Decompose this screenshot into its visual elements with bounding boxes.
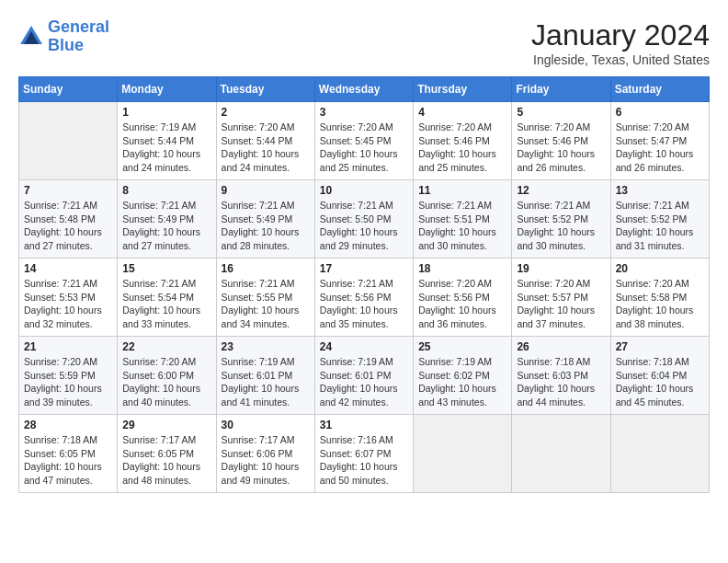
day-info: Sunrise: 7:20 AMSunset: 5:47 PMDaylight:… bbox=[616, 121, 704, 175]
day-number: 29 bbox=[122, 419, 210, 431]
day-number: 8 bbox=[122, 184, 210, 197]
header-day-wednesday: Wednesday bbox=[314, 77, 413, 102]
week-row-3: 21Sunrise: 7:20 AMSunset: 5:59 PMDayligh… bbox=[19, 337, 710, 415]
day-info: Sunrise: 7:17 AMSunset: 6:05 PMDaylight:… bbox=[122, 433, 210, 488]
day-info: Sunrise: 7:17 AMSunset: 6:06 PMDaylight:… bbox=[222, 433, 310, 488]
day-info: Sunrise: 7:21 AMSunset: 5:53 PMDaylight:… bbox=[24, 277, 112, 331]
day-number: 14 bbox=[24, 262, 112, 275]
day-cell: 14Sunrise: 7:21 AMSunset: 5:53 PMDayligh… bbox=[19, 259, 118, 337]
day-number: 27 bbox=[616, 340, 704, 353]
day-info: Sunrise: 7:20 AMSunset: 5:46 PMDaylight:… bbox=[418, 121, 506, 175]
day-info: Sunrise: 7:21 AMSunset: 5:56 PMDaylight:… bbox=[320, 277, 408, 331]
calendar-table: SundayMondayTuesdayWednesdayThursdayFrid… bbox=[18, 76, 710, 493]
logo-text: General Blue bbox=[48, 18, 109, 55]
day-number: 3 bbox=[320, 106, 408, 119]
header-day-saturday: Saturday bbox=[610, 77, 709, 102]
day-info: Sunrise: 7:20 AMSunset: 5:45 PMDaylight:… bbox=[320, 121, 408, 175]
logo-line1: General bbox=[48, 17, 109, 36]
day-cell: 2Sunrise: 7:20 AMSunset: 5:44 PMDaylight… bbox=[216, 102, 314, 180]
day-info: Sunrise: 7:18 AMSunset: 6:05 PMDaylight:… bbox=[24, 433, 112, 488]
day-info: Sunrise: 7:19 AMSunset: 5:44 PMDaylight:… bbox=[122, 121, 210, 175]
day-info: Sunrise: 7:18 AMSunset: 6:04 PMDaylight:… bbox=[616, 355, 704, 409]
day-cell bbox=[414, 415, 512, 493]
day-number: 13 bbox=[616, 184, 704, 197]
day-info: Sunrise: 7:20 AMSunset: 5:44 PMDaylight:… bbox=[222, 121, 310, 175]
day-cell: 17Sunrise: 7:21 AMSunset: 5:56 PMDayligh… bbox=[314, 259, 413, 337]
day-info: Sunrise: 7:20 AMSunset: 5:59 PMDaylight:… bbox=[24, 355, 112, 409]
day-number: 10 bbox=[320, 184, 408, 197]
day-number: 7 bbox=[24, 184, 112, 197]
day-cell: 23Sunrise: 7:19 AMSunset: 6:01 PMDayligh… bbox=[216, 337, 314, 415]
day-number: 4 bbox=[418, 106, 506, 119]
day-info: Sunrise: 7:20 AMSunset: 6:00 PMDaylight:… bbox=[122, 355, 210, 409]
day-number: 5 bbox=[517, 106, 605, 119]
title-block: January 2024 Ingleside, Texas, United St… bbox=[531, 18, 710, 67]
day-number: 31 bbox=[320, 419, 408, 431]
day-info: Sunrise: 7:20 AMSunset: 5:58 PMDaylight:… bbox=[616, 277, 704, 331]
day-number: 23 bbox=[222, 340, 310, 353]
day-number: 11 bbox=[418, 184, 506, 197]
day-cell: 4Sunrise: 7:20 AMSunset: 5:46 PMDaylight… bbox=[414, 102, 512, 180]
day-number: 9 bbox=[222, 184, 310, 197]
day-cell: 21Sunrise: 7:20 AMSunset: 5:59 PMDayligh… bbox=[19, 337, 118, 415]
day-cell: 16Sunrise: 7:21 AMSunset: 5:55 PMDayligh… bbox=[216, 259, 314, 337]
logo-icon bbox=[18, 24, 44, 50]
day-number: 24 bbox=[320, 340, 408, 353]
day-cell: 1Sunrise: 7:19 AMSunset: 5:44 PMDaylight… bbox=[118, 102, 216, 180]
day-info: Sunrise: 7:21 AMSunset: 5:52 PMDaylight:… bbox=[517, 199, 605, 253]
day-cell: 13Sunrise: 7:21 AMSunset: 5:52 PMDayligh… bbox=[610, 180, 709, 259]
month-title: January 2024 bbox=[531, 18, 710, 52]
week-row-2: 14Sunrise: 7:21 AMSunset: 5:53 PMDayligh… bbox=[19, 259, 710, 337]
day-number: 16 bbox=[222, 262, 310, 275]
day-cell: 8Sunrise: 7:21 AMSunset: 5:49 PMDaylight… bbox=[118, 180, 216, 259]
day-cell: 24Sunrise: 7:19 AMSunset: 6:01 PMDayligh… bbox=[314, 337, 413, 415]
day-number: 21 bbox=[24, 340, 112, 353]
logo-line2: Blue bbox=[48, 36, 84, 54]
day-cell: 29Sunrise: 7:17 AMSunset: 6:05 PMDayligh… bbox=[118, 415, 216, 493]
day-info: Sunrise: 7:19 AMSunset: 6:01 PMDaylight:… bbox=[320, 355, 408, 409]
day-cell bbox=[512, 415, 610, 493]
day-cell bbox=[19, 102, 118, 180]
week-row-0: 1Sunrise: 7:19 AMSunset: 5:44 PMDaylight… bbox=[19, 102, 710, 180]
logo: General Blue bbox=[18, 18, 109, 55]
day-info: Sunrise: 7:20 AMSunset: 5:46 PMDaylight:… bbox=[517, 121, 605, 175]
header-day-monday: Monday bbox=[118, 77, 216, 102]
day-cell: 22Sunrise: 7:20 AMSunset: 6:00 PMDayligh… bbox=[118, 337, 216, 415]
day-info: Sunrise: 7:20 AMSunset: 5:56 PMDaylight:… bbox=[418, 277, 506, 331]
header-day-sunday: Sunday bbox=[19, 77, 118, 102]
day-number: 20 bbox=[616, 262, 704, 275]
day-number: 6 bbox=[616, 106, 704, 119]
day-cell: 25Sunrise: 7:19 AMSunset: 6:02 PMDayligh… bbox=[414, 337, 512, 415]
day-cell: 30Sunrise: 7:17 AMSunset: 6:06 PMDayligh… bbox=[216, 415, 314, 493]
day-cell: 28Sunrise: 7:18 AMSunset: 6:05 PMDayligh… bbox=[19, 415, 118, 493]
day-cell: 15Sunrise: 7:21 AMSunset: 5:54 PMDayligh… bbox=[118, 259, 216, 337]
day-info: Sunrise: 7:21 AMSunset: 5:55 PMDaylight:… bbox=[222, 277, 310, 331]
day-cell: 11Sunrise: 7:21 AMSunset: 5:51 PMDayligh… bbox=[414, 180, 512, 259]
location: Ingleside, Texas, United States bbox=[531, 52, 710, 67]
day-cell: 19Sunrise: 7:20 AMSunset: 5:57 PMDayligh… bbox=[512, 259, 610, 337]
day-cell: 18Sunrise: 7:20 AMSunset: 5:56 PMDayligh… bbox=[414, 259, 512, 337]
day-info: Sunrise: 7:21 AMSunset: 5:50 PMDaylight:… bbox=[320, 199, 408, 253]
day-number: 15 bbox=[122, 262, 210, 275]
day-number: 30 bbox=[222, 419, 310, 431]
header-day-tuesday: Tuesday bbox=[216, 77, 314, 102]
day-cell: 5Sunrise: 7:20 AMSunset: 5:46 PMDaylight… bbox=[512, 102, 610, 180]
day-cell: 3Sunrise: 7:20 AMSunset: 5:45 PMDaylight… bbox=[314, 102, 413, 180]
day-number: 17 bbox=[320, 262, 408, 275]
day-number: 26 bbox=[517, 340, 605, 353]
day-cell bbox=[610, 415, 709, 493]
day-number: 19 bbox=[517, 262, 605, 275]
day-cell: 27Sunrise: 7:18 AMSunset: 6:04 PMDayligh… bbox=[610, 337, 709, 415]
day-info: Sunrise: 7:21 AMSunset: 5:54 PMDaylight:… bbox=[122, 277, 210, 331]
day-number: 22 bbox=[122, 340, 210, 353]
day-cell: 10Sunrise: 7:21 AMSunset: 5:50 PMDayligh… bbox=[314, 180, 413, 259]
day-number: 1 bbox=[122, 106, 210, 119]
header-day-friday: Friday bbox=[512, 77, 610, 102]
day-info: Sunrise: 7:16 AMSunset: 6:07 PMDaylight:… bbox=[320, 433, 408, 488]
day-cell: 31Sunrise: 7:16 AMSunset: 6:07 PMDayligh… bbox=[314, 415, 413, 493]
day-cell: 6Sunrise: 7:20 AMSunset: 5:47 PMDaylight… bbox=[610, 102, 709, 180]
header-day-thursday: Thursday bbox=[414, 77, 512, 102]
day-cell: 26Sunrise: 7:18 AMSunset: 6:03 PMDayligh… bbox=[512, 337, 610, 415]
day-info: Sunrise: 7:19 AMSunset: 6:01 PMDaylight:… bbox=[222, 355, 310, 409]
day-info: Sunrise: 7:20 AMSunset: 5:57 PMDaylight:… bbox=[517, 277, 605, 331]
